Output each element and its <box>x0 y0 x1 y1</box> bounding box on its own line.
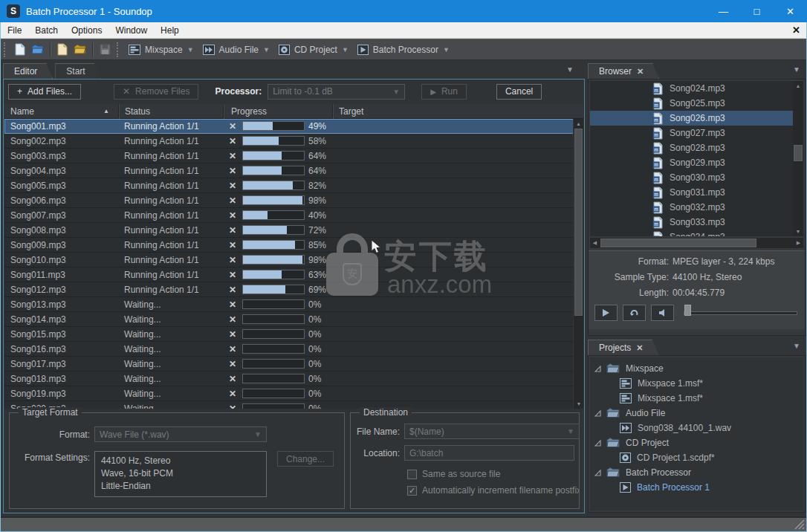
run-button[interactable]: ▶ Run <box>421 84 467 100</box>
remove-row-icon[interactable]: ✕ <box>223 374 242 384</box>
project-item[interactable]: CD Project 1.scdpf* <box>590 450 803 465</box>
open-project-button[interactable] <box>71 41 89 59</box>
remove-row-icon[interactable]: ✕ <box>223 210 242 221</box>
scrollbar-thumb[interactable] <box>574 129 583 316</box>
save-button[interactable] <box>96 41 114 59</box>
batch-processor-dropdown[interactable]: Batch Processor ▼ <box>353 41 454 59</box>
table-row[interactable]: Song016.mp3Waiting...✕0% <box>4 342 583 357</box>
remove-row-icon[interactable]: ✕ <box>223 225 242 236</box>
change-button[interactable]: Change... <box>277 451 334 467</box>
minimize-button[interactable]: — <box>707 0 740 22</box>
remove-row-icon[interactable]: ✕ <box>223 344 242 354</box>
browser-panel-menu-icon[interactable]: ▼ <box>793 65 800 74</box>
table-row[interactable]: Song017.mp3Waiting...✕0% <box>4 357 583 372</box>
remove-row-icon[interactable]: ✕ <box>223 403 242 409</box>
scrollbar-thumb[interactable] <box>794 145 803 161</box>
new-project-button[interactable] <box>54 41 71 59</box>
browser-horizontal-scrollbar[interactable]: ◀ ▶ <box>590 238 803 248</box>
remove-row-icon[interactable]: ✕ <box>223 240 242 250</box>
remove-row-icon[interactable]: ✕ <box>223 314 242 325</box>
remove-row-icon[interactable]: ✕ <box>223 359 242 369</box>
project-item[interactable]: Mixspace 1.msf* <box>590 391 803 406</box>
document-close-icon[interactable]: ✕ <box>792 25 800 36</box>
remove-row-icon[interactable]: ✕ <box>223 121 242 132</box>
scroll-down-icon[interactable]: ▼ <box>574 399 584 409</box>
table-row[interactable]: Song006.mp3Running Action 1/1✕98% <box>4 193 583 208</box>
column-header-progress[interactable]: Progress <box>223 104 332 119</box>
remove-row-icon[interactable]: ✕ <box>223 389 242 399</box>
table-row[interactable]: Song008.mp3Running Action 1/1✕72% <box>4 223 583 238</box>
expander-icon[interactable] <box>594 410 606 417</box>
expander-icon[interactable] <box>594 366 606 372</box>
play-button[interactable] <box>594 305 618 321</box>
tab-projects[interactable]: Projects ✕ <box>588 340 659 355</box>
project-group-mixspace[interactable]: Mixspace <box>590 361 803 376</box>
toolbar-grip-icon[interactable] <box>117 42 120 57</box>
remove-row-icon[interactable]: ✕ <box>223 329 242 340</box>
project-group-cd-project[interactable]: CD Project <box>590 435 803 450</box>
toolbar-grip-icon[interactable] <box>4 42 7 57</box>
remove-row-icon[interactable]: ✕ <box>223 299 242 310</box>
project-group-batch-processor[interactable]: Batch Processor <box>590 465 803 480</box>
browser-file-item[interactable]: mSong025.mp3 <box>590 96 793 111</box>
seek-slider[interactable] <box>684 311 797 315</box>
table-row[interactable]: Song005.mp3Running Action 1/1✕82% <box>4 178 583 193</box>
remove-row-icon[interactable]: ✕ <box>223 136 242 146</box>
scroll-down-icon[interactable]: ▼ <box>793 227 803 236</box>
remove-row-icon[interactable]: ✕ <box>223 195 242 206</box>
table-row[interactable]: Song007.mp3Running Action 1/1✕40% <box>4 208 583 223</box>
remove-row-icon[interactable]: ✕ <box>223 181 242 191</box>
location-field[interactable]: G:\batch <box>404 445 574 461</box>
scrollbar-thumb[interactable] <box>600 239 756 247</box>
remove-row-icon[interactable]: ✕ <box>223 166 242 176</box>
loop-button[interactable] <box>623 305 646 321</box>
same-as-source-checkbox[interactable] <box>407 470 417 479</box>
table-row[interactable]: Song011.mp3Running Action 1/1✕63% <box>4 267 583 282</box>
add-files-button[interactable]: + Add Files... <box>8 84 81 100</box>
project-item[interactable]: Batch Processor 1 <box>590 480 803 495</box>
browser-file-item[interactable]: mSong029.mp3 <box>590 155 793 170</box>
scroll-up-icon[interactable]: ▲ <box>574 119 583 129</box>
project-item[interactable]: Song038_44100_1.wav <box>590 421 803 435</box>
new-file-button[interactable] <box>11 41 29 59</box>
remove-row-icon[interactable]: ✕ <box>223 151 242 161</box>
format-select[interactable]: Wave File (*.wav) ▼ <box>94 426 267 442</box>
table-row[interactable]: Song009.mp3Running Action 1/1✕85% <box>4 238 583 253</box>
browser-file-item[interactable]: mSong031.mp3 <box>590 185 793 200</box>
scroll-up-icon[interactable]: ▲ <box>793 81 803 91</box>
browser-file-item[interactable]: mSong027.mp3 <box>590 126 793 140</box>
table-row[interactable]: Song002.mp3Running Action 1/1✕58% <box>4 134 583 149</box>
menu-window[interactable]: Window <box>108 22 154 39</box>
expander-icon[interactable] <box>594 440 606 447</box>
close-button[interactable]: ✕ <box>774 0 807 22</box>
projects-close-icon[interactable]: ✕ <box>636 343 643 353</box>
projects-panel-menu-icon[interactable]: ▼ <box>793 342 800 350</box>
slider-handle[interactable] <box>684 305 691 316</box>
tab-editor[interactable]: Editor <box>3 63 53 79</box>
remove-row-icon[interactable]: ✕ <box>223 285 242 295</box>
browser-vertical-scrollbar[interactable]: ▲ ▼ <box>793 81 803 236</box>
expander-icon[interactable] <box>594 470 606 476</box>
resize-grip-icon[interactable] <box>794 519 805 530</box>
remove-files-button[interactable]: ✕ Remove Files <box>114 84 198 100</box>
browser-close-icon[interactable]: ✕ <box>637 67 644 77</box>
menu-options[interactable]: Options <box>65 22 108 39</box>
audio-file-dropdown[interactable]: Audio File ▼ <box>198 41 274 59</box>
volume-button[interactable] <box>651 305 674 321</box>
column-header-target[interactable]: Target <box>332 104 583 119</box>
project-group-audio-file[interactable]: Audio File <box>590 406 803 421</box>
editor-panel-menu-icon[interactable]: ▼ <box>566 65 574 74</box>
cd-project-dropdown[interactable]: CD Project ▼ <box>274 41 353 59</box>
cancel-button[interactable]: Cancel <box>496 84 542 100</box>
remove-row-icon[interactable]: ✕ <box>223 255 242 265</box>
table-row[interactable]: Song003.mp3Running Action 1/1✕64% <box>4 149 583 163</box>
scroll-left-icon[interactable]: ◀ <box>590 239 600 248</box>
menu-help[interactable]: Help <box>154 22 186 39</box>
tab-start[interactable]: Start <box>55 63 100 79</box>
table-row[interactable]: Song010.mp3Running Action 1/1✕98% <box>4 253 583 267</box>
browser-file-item[interactable]: mSong024.mp3 <box>590 81 793 96</box>
tab-browser[interactable]: Browser ✕ <box>588 63 659 79</box>
auto-increment-checkbox[interactable]: ✓ <box>407 486 417 496</box>
table-row[interactable]: Song013.mp3Waiting...✕0% <box>4 297 583 312</box>
remove-row-icon[interactable]: ✕ <box>223 270 242 280</box>
